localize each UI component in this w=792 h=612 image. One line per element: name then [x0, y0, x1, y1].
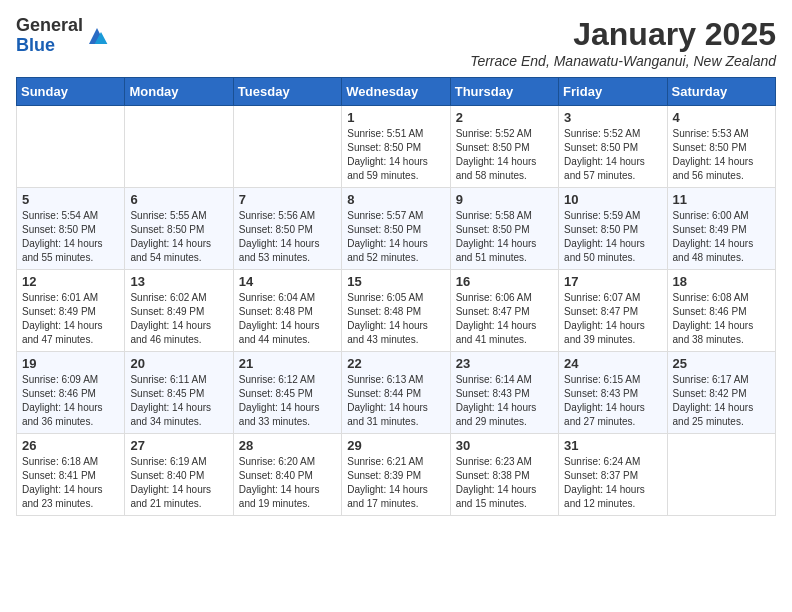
calendar-cell: 18Sunrise: 6:08 AM Sunset: 8:46 PM Dayli… — [667, 270, 775, 352]
calendar-cell: 16Sunrise: 6:06 AM Sunset: 8:47 PM Dayli… — [450, 270, 558, 352]
title-section: January 2025 Terrace End, Manawatu-Wanga… — [470, 16, 776, 69]
calendar-cell: 5Sunrise: 5:54 AM Sunset: 8:50 PM Daylig… — [17, 188, 125, 270]
day-info: Sunrise: 6:02 AM Sunset: 8:49 PM Dayligh… — [130, 291, 227, 347]
day-info: Sunrise: 6:15 AM Sunset: 8:43 PM Dayligh… — [564, 373, 661, 429]
day-info: Sunrise: 6:01 AM Sunset: 8:49 PM Dayligh… — [22, 291, 119, 347]
logo-icon — [85, 24, 109, 48]
logo-blue-text: Blue — [16, 36, 83, 56]
calendar-cell: 13Sunrise: 6:02 AM Sunset: 8:49 PM Dayli… — [125, 270, 233, 352]
day-number: 10 — [564, 192, 661, 207]
calendar-week-row: 5Sunrise: 5:54 AM Sunset: 8:50 PM Daylig… — [17, 188, 776, 270]
day-number: 9 — [456, 192, 553, 207]
day-number: 5 — [22, 192, 119, 207]
location-subtitle: Terrace End, Manawatu-Wanganui, New Zeal… — [470, 53, 776, 69]
day-number: 20 — [130, 356, 227, 371]
logo: General Blue — [16, 16, 109, 56]
day-info: Sunrise: 6:21 AM Sunset: 8:39 PM Dayligh… — [347, 455, 444, 511]
day-info: Sunrise: 6:06 AM Sunset: 8:47 PM Dayligh… — [456, 291, 553, 347]
calendar-week-row: 19Sunrise: 6:09 AM Sunset: 8:46 PM Dayli… — [17, 352, 776, 434]
day-number: 31 — [564, 438, 661, 453]
day-number: 1 — [347, 110, 444, 125]
day-info: Sunrise: 6:08 AM Sunset: 8:46 PM Dayligh… — [673, 291, 770, 347]
calendar-cell: 30Sunrise: 6:23 AM Sunset: 8:38 PM Dayli… — [450, 434, 558, 516]
day-number: 22 — [347, 356, 444, 371]
calendar-cell: 20Sunrise: 6:11 AM Sunset: 8:45 PM Dayli… — [125, 352, 233, 434]
calendar-cell — [125, 106, 233, 188]
weekday-header-wednesday: Wednesday — [342, 78, 450, 106]
day-info: Sunrise: 5:55 AM Sunset: 8:50 PM Dayligh… — [130, 209, 227, 265]
calendar-cell: 1Sunrise: 5:51 AM Sunset: 8:50 PM Daylig… — [342, 106, 450, 188]
calendar-cell: 9Sunrise: 5:58 AM Sunset: 8:50 PM Daylig… — [450, 188, 558, 270]
calendar-cell: 6Sunrise: 5:55 AM Sunset: 8:50 PM Daylig… — [125, 188, 233, 270]
calendar-cell: 15Sunrise: 6:05 AM Sunset: 8:48 PM Dayli… — [342, 270, 450, 352]
calendar-cell: 7Sunrise: 5:56 AM Sunset: 8:50 PM Daylig… — [233, 188, 341, 270]
day-number: 4 — [673, 110, 770, 125]
day-number: 17 — [564, 274, 661, 289]
calendar-week-row: 12Sunrise: 6:01 AM Sunset: 8:49 PM Dayli… — [17, 270, 776, 352]
calendar-cell — [17, 106, 125, 188]
day-number: 15 — [347, 274, 444, 289]
calendar-week-row: 26Sunrise: 6:18 AM Sunset: 8:41 PM Dayli… — [17, 434, 776, 516]
weekday-header-saturday: Saturday — [667, 78, 775, 106]
calendar-cell: 28Sunrise: 6:20 AM Sunset: 8:40 PM Dayli… — [233, 434, 341, 516]
weekday-header-tuesday: Tuesday — [233, 78, 341, 106]
calendar-cell: 14Sunrise: 6:04 AM Sunset: 8:48 PM Dayli… — [233, 270, 341, 352]
calendar-cell: 21Sunrise: 6:12 AM Sunset: 8:45 PM Dayli… — [233, 352, 341, 434]
day-info: Sunrise: 5:59 AM Sunset: 8:50 PM Dayligh… — [564, 209, 661, 265]
calendar-cell: 24Sunrise: 6:15 AM Sunset: 8:43 PM Dayli… — [559, 352, 667, 434]
day-info: Sunrise: 5:52 AM Sunset: 8:50 PM Dayligh… — [564, 127, 661, 183]
day-number: 16 — [456, 274, 553, 289]
day-info: Sunrise: 6:23 AM Sunset: 8:38 PM Dayligh… — [456, 455, 553, 511]
calendar-cell: 2Sunrise: 5:52 AM Sunset: 8:50 PM Daylig… — [450, 106, 558, 188]
weekday-header-sunday: Sunday — [17, 78, 125, 106]
calendar-cell: 3Sunrise: 5:52 AM Sunset: 8:50 PM Daylig… — [559, 106, 667, 188]
day-info: Sunrise: 6:05 AM Sunset: 8:48 PM Dayligh… — [347, 291, 444, 347]
calendar-cell: 31Sunrise: 6:24 AM Sunset: 8:37 PM Dayli… — [559, 434, 667, 516]
day-number: 29 — [347, 438, 444, 453]
day-info: Sunrise: 6:12 AM Sunset: 8:45 PM Dayligh… — [239, 373, 336, 429]
day-number: 23 — [456, 356, 553, 371]
calendar-cell — [233, 106, 341, 188]
calendar-cell: 26Sunrise: 6:18 AM Sunset: 8:41 PM Dayli… — [17, 434, 125, 516]
calendar-cell: 19Sunrise: 6:09 AM Sunset: 8:46 PM Dayli… — [17, 352, 125, 434]
day-number: 11 — [673, 192, 770, 207]
calendar-cell: 4Sunrise: 5:53 AM Sunset: 8:50 PM Daylig… — [667, 106, 775, 188]
day-number: 3 — [564, 110, 661, 125]
day-info: Sunrise: 6:00 AM Sunset: 8:49 PM Dayligh… — [673, 209, 770, 265]
calendar-cell: 8Sunrise: 5:57 AM Sunset: 8:50 PM Daylig… — [342, 188, 450, 270]
calendar-week-row: 1Sunrise: 5:51 AM Sunset: 8:50 PM Daylig… — [17, 106, 776, 188]
day-number: 25 — [673, 356, 770, 371]
day-number: 19 — [22, 356, 119, 371]
day-info: Sunrise: 5:58 AM Sunset: 8:50 PM Dayligh… — [456, 209, 553, 265]
logo-general-text: General — [16, 16, 83, 36]
calendar-cell: 27Sunrise: 6:19 AM Sunset: 8:40 PM Dayli… — [125, 434, 233, 516]
day-number: 24 — [564, 356, 661, 371]
day-info: Sunrise: 6:24 AM Sunset: 8:37 PM Dayligh… — [564, 455, 661, 511]
calendar-cell: 23Sunrise: 6:14 AM Sunset: 8:43 PM Dayli… — [450, 352, 558, 434]
day-number: 8 — [347, 192, 444, 207]
day-number: 30 — [456, 438, 553, 453]
calendar-table: SundayMondayTuesdayWednesdayThursdayFrid… — [16, 77, 776, 516]
day-info: Sunrise: 6:18 AM Sunset: 8:41 PM Dayligh… — [22, 455, 119, 511]
weekday-header-monday: Monday — [125, 78, 233, 106]
day-number: 21 — [239, 356, 336, 371]
weekday-header-row: SundayMondayTuesdayWednesdayThursdayFrid… — [17, 78, 776, 106]
day-number: 12 — [22, 274, 119, 289]
calendar-cell — [667, 434, 775, 516]
calendar-cell: 12Sunrise: 6:01 AM Sunset: 8:49 PM Dayli… — [17, 270, 125, 352]
calendar-cell: 11Sunrise: 6:00 AM Sunset: 8:49 PM Dayli… — [667, 188, 775, 270]
day-number: 7 — [239, 192, 336, 207]
day-info: Sunrise: 6:17 AM Sunset: 8:42 PM Dayligh… — [673, 373, 770, 429]
day-number: 6 — [130, 192, 227, 207]
day-info: Sunrise: 5:57 AM Sunset: 8:50 PM Dayligh… — [347, 209, 444, 265]
day-info: Sunrise: 6:14 AM Sunset: 8:43 PM Dayligh… — [456, 373, 553, 429]
page-header: General Blue January 2025 Terrace End, M… — [16, 16, 776, 69]
day-info: Sunrise: 6:11 AM Sunset: 8:45 PM Dayligh… — [130, 373, 227, 429]
day-info: Sunrise: 6:09 AM Sunset: 8:46 PM Dayligh… — [22, 373, 119, 429]
calendar-cell: 17Sunrise: 6:07 AM Sunset: 8:47 PM Dayli… — [559, 270, 667, 352]
day-number: 26 — [22, 438, 119, 453]
calendar-cell: 22Sunrise: 6:13 AM Sunset: 8:44 PM Dayli… — [342, 352, 450, 434]
day-info: Sunrise: 5:56 AM Sunset: 8:50 PM Dayligh… — [239, 209, 336, 265]
weekday-header-friday: Friday — [559, 78, 667, 106]
day-info: Sunrise: 5:51 AM Sunset: 8:50 PM Dayligh… — [347, 127, 444, 183]
